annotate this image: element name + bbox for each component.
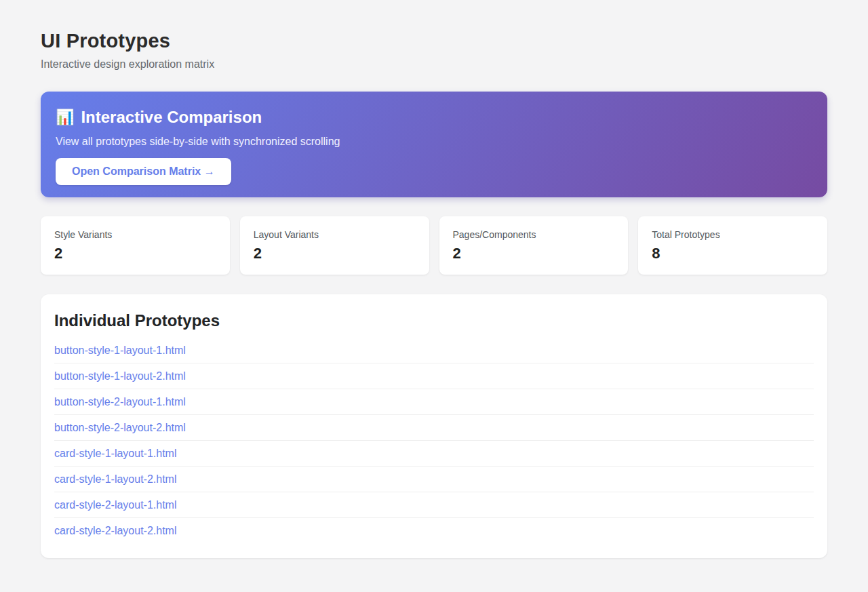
stat-card-style-variants: Style Variants 2 bbox=[41, 216, 230, 275]
page-title: UI Prototypes bbox=[41, 30, 827, 52]
list-item: card-style-1-layout-2.html bbox=[54, 467, 814, 492]
page-subtitle: Interactive design exploration matrix bbox=[41, 58, 827, 71]
prototype-link[interactable]: button-style-1-layout-1.html bbox=[54, 344, 186, 356]
list-item: card-style-2-layout-1.html bbox=[54, 492, 814, 518]
stat-card-layout-variants: Layout Variants 2 bbox=[240, 216, 429, 275]
prototypes-list: button-style-1-layout-1.html button-styl… bbox=[54, 338, 814, 543]
stat-label: Layout Variants bbox=[254, 229, 416, 240]
prototype-link[interactable]: card-style-2-layout-1.html bbox=[54, 499, 177, 511]
prototype-link[interactable]: button-style-2-layout-2.html bbox=[54, 422, 186, 433]
stat-value: 8 bbox=[652, 245, 814, 262]
prototypes-card: Individual Prototypes button-style-1-lay… bbox=[41, 294, 827, 558]
stat-value: 2 bbox=[54, 245, 216, 262]
list-item: card-style-1-layout-1.html bbox=[54, 441, 814, 467]
prototype-link[interactable]: card-style-1-layout-2.html bbox=[54, 473, 177, 485]
stat-value: 2 bbox=[453, 245, 615, 262]
page-container: UI Prototypes Interactive design explora… bbox=[0, 0, 868, 585]
stat-value: 2 bbox=[254, 245, 416, 262]
banner-description: View all prototypes side-by-side with sy… bbox=[56, 134, 812, 149]
prototype-link[interactable]: button-style-2-layout-1.html bbox=[54, 396, 186, 408]
prototype-link[interactable]: card-style-2-layout-2.html bbox=[54, 525, 177, 536]
list-item: card-style-2-layout-2.html bbox=[54, 518, 814, 543]
stat-label: Total Prototypes bbox=[652, 229, 814, 240]
bar-chart-icon: 📊 bbox=[56, 110, 74, 125]
stats-row: Style Variants 2 Layout Variants 2 Pages… bbox=[41, 216, 827, 275]
stat-card-pages-components: Pages/Components 2 bbox=[439, 216, 629, 275]
prototype-link[interactable]: card-style-1-layout-1.html bbox=[54, 448, 177, 459]
stat-label: Pages/Components bbox=[453, 229, 615, 240]
banner-title: 📊 Interactive Comparison bbox=[56, 107, 812, 127]
banner-title-text: Interactive Comparison bbox=[81, 107, 262, 127]
stat-label: Style Variants bbox=[54, 229, 216, 240]
list-item: button-style-2-layout-2.html bbox=[54, 415, 814, 441]
open-comparison-button[interactable]: Open Comparison Matrix → bbox=[56, 158, 231, 185]
comparison-banner: 📊 Interactive Comparison View all protot… bbox=[41, 92, 827, 197]
prototype-link[interactable]: button-style-1-layout-2.html bbox=[54, 370, 186, 382]
list-item: button-style-1-layout-2.html bbox=[54, 363, 814, 389]
stat-card-total-prototypes: Total Prototypes 8 bbox=[638, 216, 827, 275]
prototypes-heading: Individual Prototypes bbox=[54, 311, 814, 330]
list-item: button-style-2-layout-1.html bbox=[54, 389, 814, 415]
list-item: button-style-1-layout-1.html bbox=[54, 338, 814, 363]
